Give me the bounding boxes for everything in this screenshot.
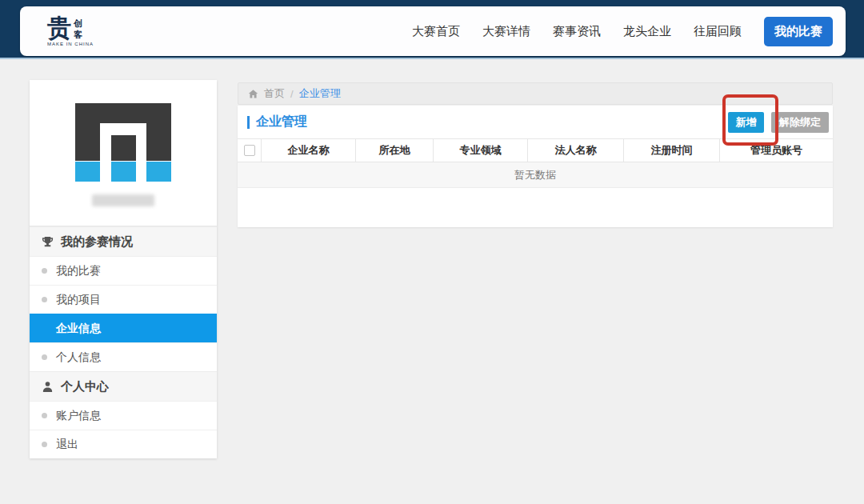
trophy-icon	[42, 236, 54, 248]
sidebar-item-personal-info[interactable]: 个人信息	[30, 342, 217, 371]
empty-state-row: 暂无数据	[238, 162, 833, 188]
sidebar-item-label: 我的比赛	[56, 264, 101, 278]
column-header-enterprise-name: 企业名称	[262, 139, 356, 162]
panel-title-text: 企业管理	[256, 114, 307, 130]
panel-actions: 新增 解除绑定	[728, 112, 829, 133]
sidebar-section-my-participation: 我的参赛情况	[30, 226, 217, 256]
bullet-dot-icon	[42, 413, 47, 418]
sidebar-item-label: 企业信息	[56, 322, 101, 336]
nav-menu: 大赛首页 大赛详情 赛事资讯 龙头企业 往届回顾 我的比赛	[412, 17, 833, 46]
column-header-location: 所在地	[356, 139, 434, 162]
top-navbar: 贵 创 客 MAKE IN CHINA 大赛首页 大赛详情 赛事资讯 龙头企业 …	[0, 0, 864, 59]
logo-sub-character-top: 创	[74, 18, 82, 30]
profile-name-redacted	[92, 194, 154, 206]
logo-tagline: MAKE IN CHINA	[47, 42, 94, 46]
nav-item-past-editions[interactable]: 往届回顾	[694, 24, 742, 39]
nav-item-event-news[interactable]: 赛事资讯	[553, 24, 601, 39]
column-header-admin-account: 管理员账号	[720, 139, 833, 162]
site-logo[interactable]: 贵 创 客 MAKE IN CHINA	[47, 16, 94, 47]
sidebar-item-logout[interactable]: 退出	[30, 430, 217, 458]
empty-state-text: 暂无数据	[514, 168, 556, 182]
nav-card: 贵 创 客 MAKE IN CHINA 大赛首页 大赛详情 赛事资讯 龙头企业 …	[20, 6, 846, 56]
breadcrumb-current-page[interactable]: 企业管理	[299, 86, 341, 101]
bullet-dot-icon	[42, 442, 47, 447]
user-icon	[42, 381, 54, 393]
breadcrumb: 首页 / 企业管理	[238, 82, 833, 105]
sidebar-item-label: 我的项目	[56, 293, 101, 307]
bullet-dot-icon	[42, 326, 47, 331]
main-content: 首页 / 企业管理 企业管理 新增 解除绑定 企业名称 所在地	[238, 82, 833, 227]
sidebar-section-label: 个人中心	[61, 379, 109, 394]
company-logo	[75, 103, 171, 182]
sidebar-item-enterprise-info[interactable]: 企业信息	[30, 314, 217, 342]
sidebar-item-label: 个人信息	[56, 350, 101, 365]
sidebar: 我的参赛情况 我的比赛 我的项目 企业信息 个人信息 个人中心 账户信息	[30, 80, 217, 458]
sidebar-item-label: 退出	[56, 438, 78, 452]
sidebar-section-label: 我的参赛情况	[61, 234, 133, 250]
sidebar-item-my-projects[interactable]: 我的项目	[30, 285, 217, 314]
add-button[interactable]: 新增	[728, 112, 764, 133]
column-header-specialty-field: 专业领域	[434, 139, 528, 162]
breadcrumb-separator: /	[290, 88, 294, 100]
select-all-checkbox[interactable]	[244, 145, 255, 156]
bullet-dot-icon	[42, 297, 47, 302]
unbind-button[interactable]: 解除绑定	[771, 112, 829, 133]
bullet-dot-icon	[42, 354, 47, 360]
home-icon	[248, 89, 258, 99]
column-header-legal-person: 法人名称	[528, 139, 624, 162]
profile-card	[30, 80, 217, 226]
logo-main-character: 贵	[47, 16, 71, 40]
nav-item-leading-enterprises[interactable]: 龙头企业	[623, 24, 671, 39]
sidebar-item-label: 账户信息	[56, 409, 101, 423]
panel-title: 企业管理	[247, 114, 307, 130]
title-accent-bar	[247, 116, 250, 129]
sidebar-item-my-contests[interactable]: 我的比赛	[30, 256, 217, 285]
sidebar-item-account-info[interactable]: 账户信息	[30, 401, 217, 430]
enterprise-management-panel: 企业管理 新增 解除绑定 企业名称 所在地 专业领域 法人名称 注册时间 管理员…	[238, 106, 833, 227]
nav-item-contest-home[interactable]: 大赛首页	[412, 24, 460, 39]
breadcrumb-home-link[interactable]: 首页	[264, 86, 285, 101]
table-header-row: 企业名称 所在地 专业领域 法人名称 注册时间 管理员账号	[238, 138, 833, 162]
page: 贵 创 客 MAKE IN CHINA 大赛首页 大赛详情 赛事资讯 龙头企业 …	[0, 0, 864, 504]
panel-header: 企业管理 新增 解除绑定	[238, 106, 833, 138]
select-all-cell	[238, 139, 262, 162]
my-contest-button[interactable]: 我的比赛	[764, 17, 833, 46]
column-header-registration-time: 注册时间	[624, 139, 720, 162]
nav-item-contest-details[interactable]: 大赛详情	[482, 24, 530, 39]
sidebar-section-personal-center: 个人中心	[30, 371, 217, 401]
bullet-dot-icon	[42, 268, 47, 274]
logo-sub-character-bottom: 客	[74, 30, 82, 41]
